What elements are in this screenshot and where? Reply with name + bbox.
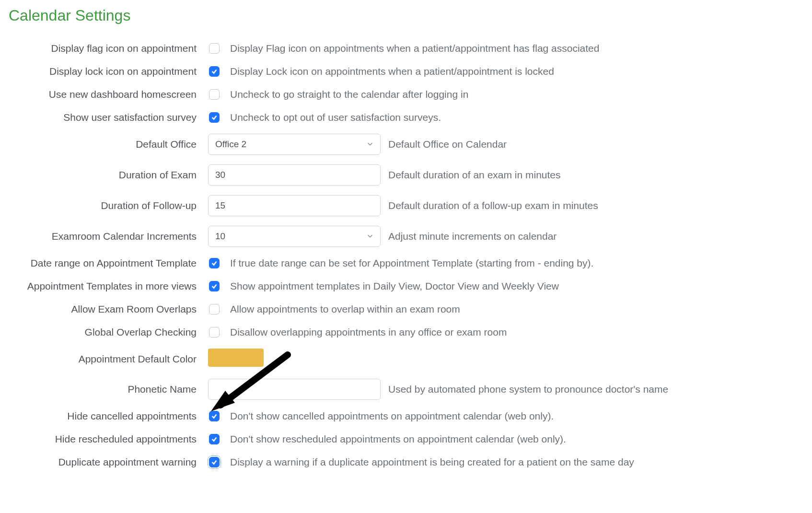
row-templates-more-views: Appointment Templates in more views Show… xyxy=(9,280,803,293)
label-default-office: Default Office xyxy=(9,139,200,150)
row-appointment-default-color: Appointment Default Color xyxy=(9,349,803,369)
label-examroom-increments: Examroom Calendar Increments xyxy=(9,231,200,242)
label-date-range-template: Date range on Appointment Template xyxy=(9,257,200,269)
select-default-office[interactable]: Office 2 xyxy=(208,134,381,155)
label-global-overlap-checking: Global Overlap Checking xyxy=(9,326,200,338)
label-hide-cancelled-appointments: Hide cancelled appointments xyxy=(9,410,200,422)
chevron-down-icon xyxy=(367,139,373,150)
row-use-new-dashboard: Use new dashboard homescreen Uncheck to … xyxy=(9,88,803,101)
label-duplicate-appointment-warning: Duplicate appointment warning xyxy=(9,456,200,468)
label-duration-exam: Duration of Exam xyxy=(9,169,200,181)
desc-date-range-template: If true date range can be set for Appoin… xyxy=(230,257,803,269)
checkbox-global-overlap-checking[interactable] xyxy=(209,327,220,338)
desc-duration-exam: Default duration of an exam in minutes xyxy=(388,169,803,181)
label-show-user-survey: Show user satisfaction survey xyxy=(9,112,200,123)
row-display-lock-icon: Display lock icon on appointment Display… xyxy=(9,65,803,78)
row-allow-exam-room-overlaps: Allow Exam Room Overlaps Allow appointme… xyxy=(9,303,803,316)
checkbox-hide-rescheduled-appointments[interactable] xyxy=(209,434,220,444)
row-default-office: Default Office Office 2 Default Office o… xyxy=(9,134,803,155)
row-show-user-survey: Show user satisfaction survey Uncheck to… xyxy=(9,111,803,124)
page-title: Calendar Settings xyxy=(9,7,803,24)
desc-hide-rescheduled-appointments: Don't show rescheduled appointments on a… xyxy=(230,433,803,445)
checkbox-display-flag-icon[interactable] xyxy=(209,43,220,54)
label-phonetic-name: Phonetic Name xyxy=(9,384,200,395)
desc-phonetic-name: Used by automated phone system to pronou… xyxy=(388,384,803,395)
desc-display-lock-icon: Display Lock icon on appointments when a… xyxy=(230,66,803,77)
chevron-down-icon xyxy=(367,231,373,242)
label-use-new-dashboard: Use new dashboard homescreen xyxy=(9,89,200,100)
desc-default-office: Default Office on Calendar xyxy=(388,139,803,150)
select-examroom-increments-value: 10 xyxy=(215,231,225,242)
input-phonetic-name[interactable] xyxy=(208,379,381,400)
desc-display-flag-icon: Display Flag icon on appointments when a… xyxy=(230,43,803,54)
desc-duration-followup: Default duration of a follow-up exam in … xyxy=(388,200,803,211)
checkbox-show-user-survey[interactable] xyxy=(209,112,220,123)
desc-examroom-increments: Adjust minute increments on calendar xyxy=(388,231,803,242)
label-appointment-default-color: Appointment Default Color xyxy=(9,353,200,365)
desc-templates-more-views: Show appointment templates in Daily View… xyxy=(230,280,803,292)
row-hide-rescheduled-appointments: Hide rescheduled appointments Don't show… xyxy=(9,432,803,446)
input-duration-exam[interactable] xyxy=(208,164,381,186)
label-duration-followup: Duration of Follow-up xyxy=(9,200,200,211)
desc-use-new-dashboard: Uncheck to go straight to the calendar a… xyxy=(230,89,803,100)
label-allow-exam-room-overlaps: Allow Exam Room Overlaps xyxy=(9,303,200,315)
checkbox-templates-more-views[interactable] xyxy=(209,281,220,291)
desc-show-user-survey: Uncheck to opt out of user satisfaction … xyxy=(230,112,803,123)
row-display-flag-icon: Display flag icon on appointment Display… xyxy=(9,42,803,55)
checkbox-display-lock-icon[interactable] xyxy=(209,66,220,77)
row-duplicate-appointment-warning: Duplicate appointment warning Display a … xyxy=(9,455,803,469)
label-hide-rescheduled-appointments: Hide rescheduled appointments xyxy=(9,433,200,445)
desc-duplicate-appointment-warning: Display a warning if a duplicate appoint… xyxy=(230,456,803,468)
input-duration-followup[interactable] xyxy=(208,195,381,216)
row-duration-exam: Duration of Exam Default duration of an … xyxy=(9,164,803,186)
desc-allow-exam-room-overlaps: Allow appointments to overlap within an … xyxy=(230,303,803,315)
checkbox-duplicate-appointment-warning[interactable] xyxy=(209,457,220,467)
checkbox-date-range-template[interactable] xyxy=(209,258,220,268)
row-date-range-template: Date range on Appointment Template If tr… xyxy=(9,256,803,270)
label-templates-more-views: Appointment Templates in more views xyxy=(9,280,200,292)
row-duration-followup: Duration of Follow-up Default duration o… xyxy=(9,195,803,216)
label-display-lock-icon: Display lock icon on appointment xyxy=(9,66,200,77)
row-hide-cancelled-appointments: Hide cancelled appointments Don't show c… xyxy=(9,409,803,423)
row-phonetic-name: Phonetic Name Used by automated phone sy… xyxy=(9,379,803,400)
checkbox-use-new-dashboard[interactable] xyxy=(209,89,220,100)
color-swatch-appointment-default[interactable] xyxy=(208,349,264,367)
desc-hide-cancelled-appointments: Don't show cancelled appointments on app… xyxy=(230,410,803,422)
settings-form: Display flag icon on appointment Display… xyxy=(9,42,803,469)
checkbox-allow-exam-room-overlaps[interactable] xyxy=(209,304,220,315)
row-global-overlap-checking: Global Overlap Checking Disallow overlap… xyxy=(9,326,803,339)
label-display-flag-icon: Display flag icon on appointment xyxy=(9,43,200,54)
checkbox-hide-cancelled-appointments[interactable] xyxy=(209,411,220,421)
desc-global-overlap-checking: Disallow overlapping appointments in any… xyxy=(230,326,803,338)
row-examroom-increments: Examroom Calendar Increments 10 Adjust m… xyxy=(9,226,803,247)
select-default-office-value: Office 2 xyxy=(215,139,246,150)
select-examroom-increments[interactable]: 10 xyxy=(208,226,381,247)
